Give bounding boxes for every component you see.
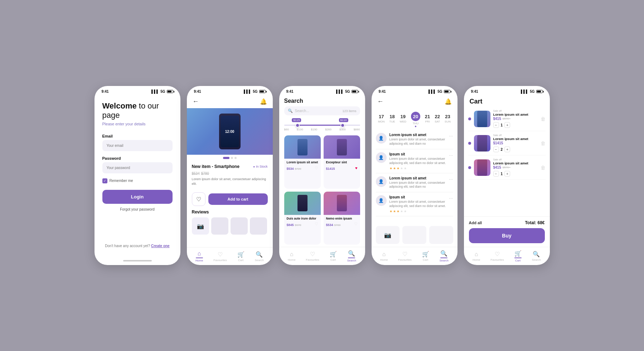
add-all-text[interactable]: Add all <box>469 221 482 225</box>
qty-plus-2[interactable]: + <box>504 146 510 152</box>
review-img-camera: 📷 <box>192 217 209 235</box>
notification-button[interactable]: 🔔 <box>260 98 267 105</box>
slider-thumb-left[interactable]: $115 <box>295 123 300 128</box>
buy-button[interactable]: Buy <box>469 228 545 243</box>
nav-search-2[interactable]: 🔍 Search <box>255 251 264 262</box>
review-more-2[interactable]: ··· <box>449 152 453 158</box>
nav-home-5[interactable]: ⌂ Home <box>473 251 480 261</box>
product-phone-mockup: 12:00 <box>219 114 241 149</box>
phone-login: 9:41 ▌▌▌ 5G Welcome to our page Please e… <box>95 86 180 265</box>
delete-btn-2[interactable]: 🗑 <box>541 140 546 146</box>
cal-day-20[interactable]: 20 THU <box>411 112 420 127</box>
status-icons-3: ▌▌▌ 5G <box>336 90 358 93</box>
qty-minus-1[interactable]: − <box>493 122 499 128</box>
notification-button-4[interactable]: 🔔 <box>445 98 452 105</box>
back-button[interactable]: ← <box>193 98 199 105</box>
battery-icon-3 <box>352 90 358 93</box>
heart-3[interactable]: ♡ <box>315 222 318 226</box>
slider-thumb-right[interactable]: $110 <box>340 123 345 128</box>
nav-cart-3[interactable]: 🛒 Cart <box>330 251 337 261</box>
nav-underline-3 <box>348 258 355 258</box>
cart-icon-2: 🛒 <box>237 251 244 258</box>
search-count: 123 items <box>342 109 356 113</box>
dot-1[interactable] <box>223 157 229 159</box>
nav-cart-2[interactable]: 🛒 Cart <box>237 251 244 262</box>
qty-minus-3[interactable]: − <box>493 171 499 177</box>
review-img-2 <box>231 217 248 235</box>
nav-fav-4[interactable]: ♡ Favourites <box>398 251 411 261</box>
nav-cart-4[interactable]: 🛒 Cart <box>422 251 429 261</box>
stars-2: ★ ★ ★ ★ ★ <box>389 167 446 170</box>
heart-1[interactable]: ♡ <box>315 166 318 170</box>
nav-home-4[interactable]: ⌂ Home <box>380 251 388 261</box>
review-more-4[interactable]: ··· <box>449 195 453 201</box>
favorite-button[interactable]: ♡ <box>192 192 205 206</box>
search-header: Search 🔍 Search... 123 items <box>279 95 365 117</box>
cal-day-19[interactable]: 19 WED <box>400 114 406 125</box>
product-card-3[interactable]: Duis aute irure dolor $845$970 ♡ <box>284 192 321 245</box>
login-button[interactable]: Login <box>102 190 173 204</box>
heart-2[interactable]: ♥ <box>355 166 358 170</box>
signal-icon-2: ▌▌▌ <box>244 90 251 93</box>
cart-qty-1: − 1 + <box>493 122 538 128</box>
add-to-cart-button[interactable]: Add to cart <box>208 193 268 205</box>
nav-fav-5[interactable]: ♡ Favourites <box>490 251 504 261</box>
cal-day-17[interactable]: 17 MON <box>378 114 385 125</box>
in-stock-badge: In Stock <box>253 165 267 168</box>
product-card-2[interactable]: Excepteur sint $1415 ♥ <box>324 135 360 189</box>
create-account-link[interactable]: Create one <box>151 244 170 248</box>
price-slider: $115 $110 $60 $100 $190 $260 $300 $880 <box>279 117 365 133</box>
nav-search-4[interactable]: 🔍 Search <box>440 250 449 262</box>
password-input[interactable] <box>102 162 173 173</box>
cart-info-3: Sale off Lorem ipsum sit amet $415 $570+… <box>493 158 538 177</box>
qty-plus-3[interactable]: + <box>504 171 510 177</box>
delete-btn-1[interactable]: 🗑 <box>541 116 546 122</box>
qty-minus-2[interactable]: − <box>493 146 499 152</box>
review-more-1[interactable]: ··· <box>449 133 453 139</box>
product-card-1[interactable]: Lorem ipsum sit amet $534$720 ♡ <box>284 135 321 189</box>
status-bar-4: 9:41 ▌▌▌ 5G <box>372 86 457 95</box>
forgot-link[interactable]: Forgot your password <box>102 207 173 211</box>
remember-label: Remember me <box>110 179 133 183</box>
nav-home-2[interactable]: ⌂ Home <box>195 250 203 262</box>
nav-fav-2[interactable]: ♡ Favourites <box>213 251 227 262</box>
email-input[interactable] <box>102 140 173 151</box>
placeholder-cards-4: 📷 <box>372 223 457 247</box>
remember-checkbox[interactable] <box>102 178 107 183</box>
review-item-3: 👤 Lorem ipsum sit amet Lorem ipsum dolor… <box>376 173 453 193</box>
delete-btn-3[interactable]: 🗑 <box>541 165 546 170</box>
signal-icon-5: ▌▌▌ <box>521 90 528 93</box>
price-bubble-right: $110 <box>339 118 348 122</box>
nav-home-3[interactable]: ⌂ Home <box>288 251 295 261</box>
cal-day-18[interactable]: 18 TUE <box>389 114 395 125</box>
nav-fav-3[interactable]: ♡ Favourites <box>306 251 319 261</box>
avatar-3: 👤 <box>376 176 387 187</box>
search-label-5: Search <box>532 258 541 261</box>
back-button-4[interactable]: ← <box>377 98 384 105</box>
review-body-1: Lorem ipsum sit amet Lorem ipsum dolor s… <box>389 133 446 146</box>
product-title-row: New item - Smartphone In Stock <box>192 164 268 169</box>
reviews-row: 📷 <box>187 217 273 235</box>
product-title: New item - Smartphone <box>192 164 239 169</box>
nav-search-5[interactable]: 🔍 Search <box>532 251 541 261</box>
search-icon-4b: 🔍 <box>440 250 447 257</box>
reviews-content: ← 🔔 17 MON 18 TUE 19 WED <box>372 95 457 265</box>
dot-2[interactable] <box>231 157 233 159</box>
review-more-3[interactable]: ··· <box>449 176 453 182</box>
nav-search-3[interactable]: 🔍 Search <box>347 250 356 262</box>
slider-labels: $60 $100 $190 $260 $300 $880 <box>284 128 360 131</box>
signup-prompt: Don't have any account yet? Create one <box>102 244 173 251</box>
dot-3[interactable] <box>234 157 237 159</box>
cart-qty-3: − 1 + <box>493 171 538 177</box>
cart-list: Sale off Lorem ipsum sit amet $415 $570+… <box>464 107 550 216</box>
cal-day-21[interactable]: 21 FRI <box>425 114 430 125</box>
cal-day-22[interactable]: 22 SAT <box>435 114 440 125</box>
search-label-4: Search <box>440 259 449 262</box>
nav-cart-5[interactable]: 🛒 Cart <box>514 250 522 262</box>
search-input-placeholder[interactable]: Search... <box>295 109 340 113</box>
cal-day-23[interactable]: 23 SUN <box>445 114 451 125</box>
product-card-4[interactable]: Nemo enim ipsam $534$780 ♡ <box>324 192 360 245</box>
qty-plus-1[interactable]: + <box>504 122 510 128</box>
heart-4[interactable]: ♡ <box>354 222 358 226</box>
network-icon-2: 5G <box>253 90 257 93</box>
